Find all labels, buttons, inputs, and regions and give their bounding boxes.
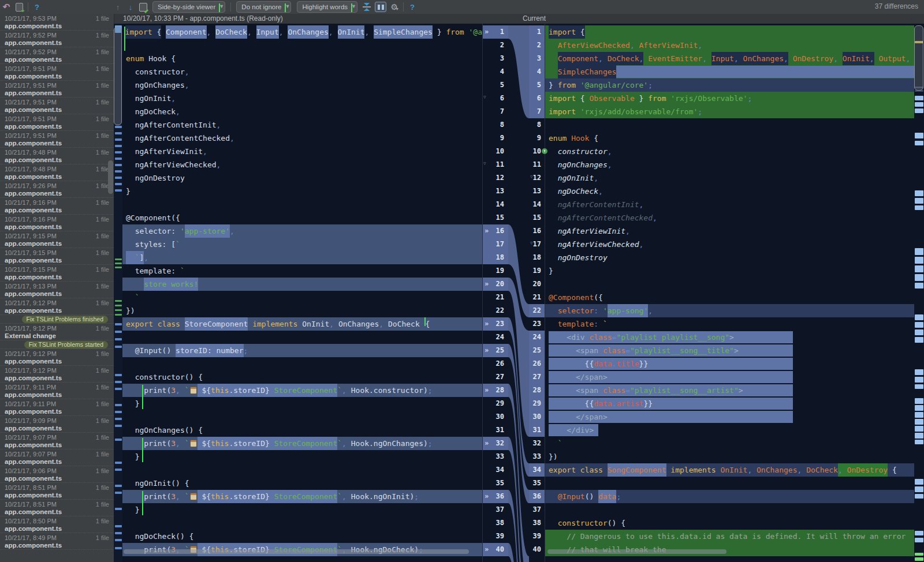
code-line[interactable] xyxy=(545,278,914,291)
diff-chevron-icon[interactable]: » xyxy=(485,224,489,238)
revision-entry[interactable]: 10/21/17, 9:48 PM1 fileapp.component.ts xyxy=(0,164,114,181)
left-error-stripe[interactable] xyxy=(114,24,122,562)
code-line[interactable]: ` xyxy=(545,437,914,450)
line-number[interactable]: 18 xyxy=(482,251,508,264)
code-line[interactable]: AfterViewChecked, AfterViewInit, xyxy=(545,39,914,52)
line-number[interactable]: 38 xyxy=(482,516,508,530)
revision-entry[interactable]: 10/21/17, 8:51 PM1 fileapp.component.ts xyxy=(0,500,114,516)
line-number[interactable]: 26 xyxy=(529,357,545,370)
code-line[interactable]: constructor() { xyxy=(545,516,914,530)
code-line[interactable]: export class StoreComponent implements O… xyxy=(122,317,482,331)
line-number[interactable]: 23 xyxy=(529,317,545,331)
line-number[interactable]: 6 xyxy=(529,92,545,105)
revision-entry[interactable]: 10/21/17, 9:12 PM1 fileExternal change xyxy=(0,324,114,340)
code-line[interactable]: ` xyxy=(122,291,482,304)
line-number[interactable]: 4 xyxy=(529,65,545,78)
fold-icon[interactable]: ▿ xyxy=(530,174,533,179)
code-line[interactable]: @Component({ xyxy=(545,291,914,304)
line-number[interactable]: 30 xyxy=(482,410,508,424)
line-number[interactable]: 21 xyxy=(529,291,545,304)
line-number[interactable]: 5 xyxy=(529,78,545,92)
synchronize-scrolling-icon[interactable] xyxy=(373,1,388,13)
revision-entry[interactable]: 10/21/17, 9:06 PM1 fileapp.component.ts xyxy=(0,466,114,483)
code-line[interactable]: constructor, xyxy=(545,145,914,158)
viewer-mode-dropdown[interactable]: Side-by-side viewer ▼ xyxy=(152,1,225,13)
code-line[interactable]: print(3, ` ${this.storeID} StoreComponen… xyxy=(122,437,482,450)
code-line[interactable]: }) xyxy=(122,304,482,317)
line-number[interactable]: 32 xyxy=(529,437,545,450)
code-line[interactable]: styles: [` xyxy=(122,238,482,251)
implement-marker-icon[interactable]: ↑ xyxy=(542,148,547,154)
line-number[interactable]: 13 xyxy=(482,185,508,198)
revision-entry[interactable]: 10/21/17, 9:15 PM1 fileapp.component.ts xyxy=(0,265,114,282)
revision-entry[interactable]: 10/21/17, 9:16 PM1 fileapp.component.ts xyxy=(0,215,114,231)
revision-entry[interactable]: 10/21/17, 9:09 PM1 fileapp.component.ts xyxy=(0,416,114,433)
line-number[interactable]: 3 xyxy=(482,52,508,65)
code-line[interactable]: ngAfterContentChecked, xyxy=(122,132,482,145)
line-number[interactable]: 19 xyxy=(529,264,545,278)
code-line[interactable] xyxy=(122,39,482,52)
line-number[interactable]: »40 xyxy=(482,543,508,556)
diff-chevron-icon[interactable]: » xyxy=(485,437,489,450)
line-number[interactable]: 5 xyxy=(482,78,508,92)
code-line[interactable]: } xyxy=(122,450,482,463)
code-line[interactable]: @Input() data; xyxy=(545,490,914,503)
line-number[interactable]: 9 xyxy=(529,132,545,145)
line-number[interactable]: 2 xyxy=(529,39,545,52)
revision-entry[interactable]: 10/21/17, 9:53 PM1 fileapp.component.ts xyxy=(0,14,114,31)
code-line[interactable]: ngAfterViewChecked, xyxy=(545,238,914,251)
code-line[interactable]: @Input() storeID: number; xyxy=(122,344,482,357)
code-line[interactable] xyxy=(545,503,914,516)
local-history-list[interactable]: 10/21/17, 9:53 PM1 fileapp.component.ts1… xyxy=(0,14,114,562)
revision-entry[interactable]: 10/21/17, 9:11 PM1 fileapp.component.ts xyxy=(0,383,114,399)
revision-entry[interactable]: 10/21/17, 9:16 PM1 fileapp.component.ts xyxy=(0,198,114,215)
diff-chevron-icon[interactable]: » xyxy=(485,25,489,39)
revision-entry[interactable]: 10/21/17, 9:52 PM1 fileapp.component.ts xyxy=(0,31,114,47)
whitespace-ignore-dropdown[interactable]: Do not ignore ▼ xyxy=(236,1,291,13)
diff-chevron-icon[interactable]: » xyxy=(485,278,489,291)
line-number[interactable]: 7 xyxy=(482,105,508,118)
line-number[interactable]: 36 xyxy=(529,490,545,503)
right-error-stripe[interactable] xyxy=(914,24,924,562)
code-line[interactable]: ngAfterViewChecked, xyxy=(122,158,482,171)
revision-entry[interactable]: 10/21/17, 9:52 PM1 fileapp.component.ts xyxy=(0,47,114,64)
code-line[interactable]: print(3, ` ${this.storeID} StoreComponen… xyxy=(122,490,482,503)
line-number[interactable]: 15 xyxy=(482,211,508,224)
code-line[interactable]: <div class="playlist playlist__song"> xyxy=(545,331,914,344)
code-line[interactable]: ngOnInit() { xyxy=(122,477,482,490)
line-number[interactable]: 35 xyxy=(529,477,545,490)
line-number[interactable]: 20 xyxy=(529,278,545,291)
diff-chevron-icon[interactable]: » xyxy=(485,384,489,397)
line-number[interactable]: »25 xyxy=(482,344,508,357)
code-line[interactable]: enum Hook { xyxy=(545,132,914,145)
left-horizontal-scrollbar-thumb[interactable] xyxy=(124,549,469,554)
line-number[interactable]: 33 xyxy=(529,450,545,463)
code-line[interactable]: {{data.artist}} xyxy=(545,397,914,410)
line-number[interactable]: 1 xyxy=(529,25,545,39)
code-line[interactable]: import { xyxy=(545,25,914,39)
code-line[interactable]: constructor, xyxy=(122,65,482,78)
line-number[interactable]: 24 xyxy=(529,331,545,344)
revision-entry[interactable]: 10/21/17, 9:26 PM1 fileapp.component.ts xyxy=(0,181,114,198)
code-line[interactable]: Component, DoCheck, EventEmitter, Input,… xyxy=(545,52,914,65)
line-number[interactable]: 26 xyxy=(482,357,508,370)
code-line[interactable]: } xyxy=(122,503,482,516)
help-icon[interactable]: ? xyxy=(406,1,419,13)
line-number[interactable]: 27 xyxy=(529,370,545,384)
line-number[interactable]: 29 xyxy=(529,397,545,410)
diff-chevron-icon[interactable]: » xyxy=(485,317,489,331)
code-line[interactable]: ngDoCheck, xyxy=(545,185,914,198)
revision-entry[interactable]: 10/21/17, 9:13 PM1 fileapp.component.ts xyxy=(0,282,114,298)
code-line[interactable]: ngOnDestroy xyxy=(545,251,914,264)
code-line[interactable]: constructor() { xyxy=(122,370,482,384)
previous-difference-icon[interactable]: ↑ xyxy=(111,1,124,13)
code-line[interactable]: import { Observable } from 'rxjs/Observa… xyxy=(545,92,914,105)
line-number[interactable]: 4 xyxy=(482,65,508,78)
line-number[interactable]: 37 xyxy=(529,503,545,516)
create-patch-icon[interactable] xyxy=(13,1,25,13)
code-line[interactable]: </span> xyxy=(545,410,914,424)
revision-entry[interactable]: 10/21/17, 9:51 PM1 fileapp.component.ts xyxy=(0,114,114,131)
code-line[interactable]: print(3, ` ${this.storeID} StoreComponen… xyxy=(122,384,482,397)
revision-entry[interactable]: 10/21/17, 9:12 PM1 fileapp.component.ts xyxy=(0,366,114,383)
code-line[interactable]: ngOnChanges, xyxy=(122,78,482,92)
